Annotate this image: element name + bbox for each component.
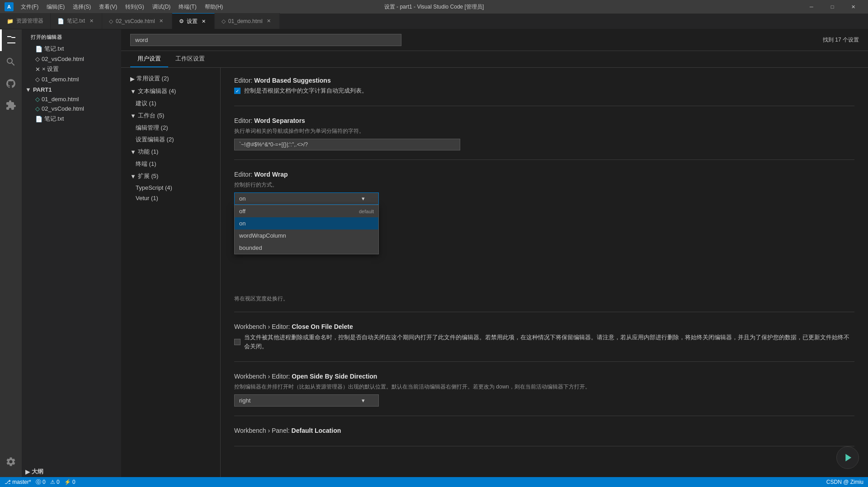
nav-suggestions[interactable]: 建议 (1) — [121, 98, 220, 109]
tab-settings-label: 设置 — [187, 18, 198, 25]
nav-text-editor-label: 文本编辑器 (4) — [138, 87, 176, 95]
status-right: CSDN @ Zimiu — [826, 479, 863, 485]
dropdown-option-wordwrapcolumn[interactable]: wordWrapColumn — [235, 229, 378, 242]
setting-wbs-title: Editor: Word Based Suggestions — [234, 77, 854, 84]
sidebar-vscode-html-label: 02_vsCode.html — [42, 105, 84, 112]
tab-explorer[interactable]: 📁 资源管理器 — [0, 13, 51, 29]
option-off-default: default — [359, 209, 374, 214]
settings-search-input[interactable] — [130, 34, 401, 46]
window-title: 设置 - part1 - Visual Studio Code [管理员] — [384, 3, 484, 11]
dropdown-option-on[interactable]: on — [235, 217, 378, 229]
word-wrap-dropdown-selected[interactable]: on ▾ — [234, 192, 379, 205]
minimize-button[interactable]: ─ — [801, 0, 822, 14]
main-content: 找到 17 个设置 用户设置 工作区设置 ▶ 常用设置 (2) ▼ 文本编辑器 … — [121, 29, 868, 477]
wbs-checkbox[interactable]: ✓ — [234, 88, 241, 94]
activity-search[interactable] — [0, 51, 22, 73]
sidebar-vscode-label: 02_vsCode.html — [42, 56, 84, 62]
dropdown-option-bounded[interactable]: bounded — [235, 242, 378, 254]
nav-typescript[interactable]: TypeScript (4) — [121, 183, 220, 193]
sidebar-outline-section[interactable]: ▶ 大纲 — [22, 466, 121, 477]
menu-help[interactable]: 帮助(H) — [201, 2, 227, 12]
tab-workspace-settings[interactable]: 工作区设置 — [168, 51, 212, 67]
open-side-arrow-icon: ▾ — [362, 397, 365, 404]
content-area: 打开的编辑器 📄 笔记.txt ◇ 02_vsCode.html ✕ × 设置 … — [0, 29, 868, 477]
sidebar-item-notepad[interactable]: 📄 笔记.txt — [22, 43, 121, 54]
outline-label: 大纲 — [32, 468, 43, 476]
nav-common-arrow: ▶ — [130, 75, 135, 82]
tab-vscode-label: 02_vsCode.html — [116, 18, 155, 24]
sidebar-part1-section[interactable]: ▼ PART1 — [22, 85, 121, 94]
dropdown-arrow-icon: ▾ — [362, 195, 365, 202]
setting-ws-title: Editor: Word Separators — [234, 117, 854, 124]
menu-terminal[interactable]: 终端(T) — [175, 2, 200, 12]
activity-settings[interactable] — [0, 451, 22, 473]
menu-select[interactable]: 选择(S) — [69, 2, 94, 12]
cod-checkbox[interactable] — [234, 339, 241, 345]
tab-vscode-close[interactable]: ✕ — [158, 18, 165, 25]
sidebar: 打开的编辑器 📄 笔记.txt ◇ 02_vsCode.html ✕ × 设置 … — [22, 29, 121, 477]
tab-notepad[interactable]: 📄 笔记.txt ✕ — [51, 13, 102, 29]
activity-git[interactable] — [0, 73, 22, 94]
bottom-right-promo-button[interactable] — [836, 446, 859, 469]
status-git: ⎇ master* — [5, 479, 31, 485]
nav-extensions-arrow: ▼ — [130, 173, 136, 180]
menu-goto[interactable]: 转到(G) — [122, 2, 147, 12]
sidebar-item-notes[interactable]: 📄 笔记.txt — [22, 113, 121, 124]
sidebar-item-settings[interactable]: ✕ × 设置 — [22, 64, 121, 75]
activity-extensions[interactable] — [0, 94, 22, 116]
nav-features[interactable]: ▼ 功能 (1) — [121, 145, 220, 158]
sidebar-demo-html-label: 01_demo.html — [42, 96, 79, 103]
nav-extensions[interactable]: ▼ 扩展 (5) — [121, 170, 220, 183]
sidebar-item-demo-html[interactable]: ◇ 01_demo.html — [22, 94, 121, 104]
open-side-dropdown-container: right ▾ — [234, 394, 854, 407]
chevron-right-icon: ▶ — [25, 468, 30, 475]
tab-notepad-close[interactable]: ✕ — [88, 18, 95, 25]
tab-notepad-label: 笔记.txt — [67, 17, 85, 25]
sidebar-settings-label: × 设置 — [42, 65, 59, 73]
sidebar-item-vscode-html[interactable]: ◇ 02_vsCode.html — [22, 104, 121, 113]
setting-osd-title: Workbench › Editor: Open Side By Side Di… — [234, 373, 854, 380]
ws-desc: 执行单词相关的导航或操作时作为单词分隔符的字符。 — [234, 127, 854, 135]
setting-open-side-direction: Workbench › Editor: Open Side By Side Di… — [234, 373, 854, 416]
tab-vscode[interactable]: ◇ 02_vsCode.html ✕ — [102, 13, 172, 29]
app-container: 📁 资源管理器 📄 笔记.txt ✕ ◇ 02_vsCode.html ✕ ⚙ … — [0, 14, 868, 487]
vscode-file-icon: ◇ — [35, 56, 40, 62]
demo-file-icon: ◇ — [35, 76, 40, 83]
menu-edit[interactable]: 编辑(E) — [43, 2, 68, 12]
settings-search-bar: 找到 17 个设置 — [121, 29, 868, 51]
nav-workbench-arrow: ▼ — [130, 112, 136, 119]
window-controls: ─ □ ✕ — [801, 0, 863, 14]
play-icon — [841, 451, 854, 464]
word-separators-input[interactable] — [234, 139, 460, 150]
wbs-checkbox-row: ✓ 控制是否根据文档中的文字计算自动完成列表。 — [234, 87, 854, 95]
tab-settings[interactable]: ⚙ 设置 ✕ — [172, 13, 215, 29]
titlebar-menu: 文件(F) 编辑(E) 选择(S) 查看(V) 转到(G) 调试(D) 终端(T… — [17, 2, 226, 12]
tab-demo-close[interactable]: ✕ — [265, 18, 273, 25]
nav-settings-editor[interactable]: 设置编辑器 (2) — [121, 134, 220, 145]
sidebar-open-editors-header: 打开的编辑器 — [22, 29, 121, 42]
nav-vetur[interactable]: Vetur (1) — [121, 193, 220, 203]
tab-settings-close[interactable]: ✕ — [200, 18, 208, 25]
settings-content: Editor: Word Based Suggestions ✓ 控制是否根据文… — [221, 68, 868, 477]
menu-debug[interactable]: 调试(D) — [149, 2, 175, 12]
close-button[interactable]: ✕ — [843, 0, 863, 14]
ww-desc: 控制折行的方式。 — [234, 181, 854, 189]
menu-file[interactable]: 文件(F) — [17, 2, 42, 12]
maximize-button[interactable]: □ — [822, 0, 843, 14]
nav-workbench[interactable]: ▼ 工作台 (5) — [121, 109, 220, 122]
osd-desc: 控制编辑器在并排打开时（比如从资源管理器）出现的默认位置。默认在当前活动编辑器右… — [234, 383, 854, 391]
setting-word-wrap: Editor: Word Wrap 控制折行的方式。 on ▾ off — [234, 171, 854, 312]
activity-explorer[interactable] — [0, 29, 22, 51]
nav-editor-mgmt[interactable]: 编辑管理 (2) — [121, 122, 220, 134]
tab-demo[interactable]: ◇ 01_demo.html ✕ — [215, 13, 280, 29]
menu-view[interactable]: 查看(V) — [95, 2, 121, 12]
tab-user-settings[interactable]: 用户设置 — [130, 51, 168, 67]
open-side-dropdown-selected[interactable]: right ▾ — [234, 394, 379, 407]
nav-common[interactable]: ▶ 常用设置 (2) — [121, 72, 220, 85]
setting-close-on-delete: Workbench › Editor: Close On File Delete… — [234, 323, 854, 362]
sidebar-item-vscode[interactable]: ◇ 02_vsCode.html — [22, 54, 121, 64]
nav-terminal[interactable]: 终端 (1) — [121, 158, 220, 170]
nav-text-editor[interactable]: ▼ 文本编辑器 (4) — [121, 85, 220, 98]
sidebar-item-demo[interactable]: ◇ 01_demo.html — [22, 75, 121, 84]
dropdown-option-off[interactable]: off default — [235, 205, 378, 217]
